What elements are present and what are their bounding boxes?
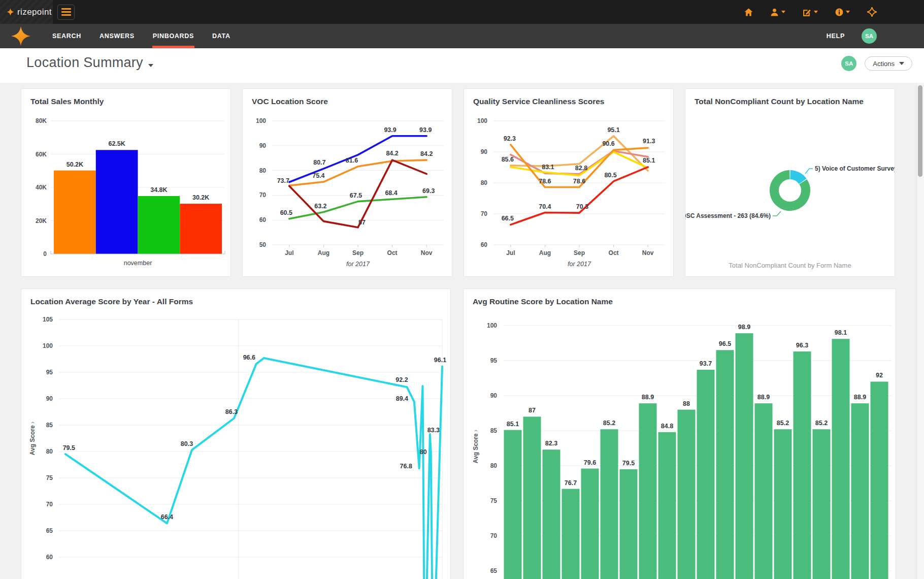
svg-text:Aug: Aug	[318, 249, 329, 256]
svg-text:79.5: 79.5	[63, 444, 75, 452]
svg-text:85: 85	[46, 422, 53, 429]
svg-text:85.2: 85.2	[603, 420, 615, 427]
svg-text:QSC Assessment - 263 (84.6%): QSC Assessment - 263 (84.6%)	[685, 212, 771, 219]
svg-text:50: 50	[259, 241, 267, 248]
svg-text:Jul: Jul	[506, 249, 515, 256]
topbar-icons	[744, 0, 877, 24]
rizepoint-spark-icon	[7, 8, 14, 16]
compose-menu-caret-icon	[814, 11, 818, 13]
svg-text:80: 80	[259, 167, 267, 174]
svg-text:85.2: 85.2	[777, 420, 789, 427]
home-icon[interactable]	[744, 8, 753, 16]
page-title: Location Summary	[26, 55, 143, 71]
svg-text:Avg Score ›: Avg Score ›	[29, 422, 36, 455]
page-scrollbar[interactable]	[916, 83, 924, 579]
svg-text:for 2017: for 2017	[568, 261, 591, 268]
svg-text:90: 90	[490, 392, 498, 399]
rizepoint-logo[interactable]: rizepoint	[0, 0, 53, 24]
svg-text:30.2K: 30.2K	[192, 194, 209, 201]
svg-text:75: 75	[490, 497, 498, 504]
card-avg-routine-score: Avg Routine Score by Location Name 10095…	[463, 288, 896, 579]
svg-text:34.8K: 34.8K	[150, 186, 167, 194]
svg-text:70: 70	[490, 532, 498, 539]
svg-text:90: 90	[481, 148, 488, 155]
svg-text:88.9: 88.9	[642, 394, 654, 401]
title-dropdown-caret-icon[interactable]	[148, 64, 153, 67]
svg-text:65: 65	[46, 527, 53, 534]
svg-text:100: 100	[477, 117, 487, 124]
svg-text:85: 85	[490, 427, 498, 434]
svg-text:100: 100	[256, 117, 266, 124]
nav-item-pinboards[interactable]: PINBOARDS	[153, 24, 194, 48]
chart-title: Avg Routine Score by Location Name	[473, 297, 613, 306]
svg-text:76.7: 76.7	[565, 479, 577, 487]
nav-item-data[interactable]: DATA	[212, 24, 230, 48]
svg-text:69.3: 69.3	[422, 187, 435, 195]
svg-text:70: 70	[259, 191, 267, 199]
top-app-bar: rizepoint	[0, 0, 924, 24]
sparkle-icon[interactable]	[867, 7, 877, 17]
nav-help[interactable]: HELP	[827, 33, 845, 40]
svg-text:0: 0	[43, 250, 47, 258]
svg-text:95: 95	[46, 369, 53, 376]
svg-text:83.3: 83.3	[427, 427, 440, 434]
svg-text:85.6: 85.6	[502, 156, 514, 163]
svg-text:78.6: 78.6	[573, 178, 585, 185]
nav-spark-icon[interactable]	[11, 26, 30, 46]
svg-text:88.9: 88.9	[854, 394, 866, 401]
nav-item-search[interactable]: SEARCH	[52, 24, 81, 48]
svg-text:66.5: 66.5	[502, 215, 514, 222]
svg-text:93.9: 93.9	[384, 126, 396, 134]
svg-text:95: 95	[490, 357, 498, 364]
svg-text:50.2K: 50.2K	[67, 161, 83, 168]
svg-text:93.7: 93.7	[700, 360, 712, 367]
user-icon	[770, 8, 779, 16]
svg-text:70.3: 70.3	[576, 203, 588, 210]
svg-text:78.6: 78.6	[539, 178, 551, 185]
info-icon	[835, 8, 843, 16]
svg-text:85.2: 85.2	[815, 420, 828, 427]
chart-avg-score-by-year: 1051009590858075706560Avg Score ›79.566.…	[21, 289, 450, 579]
svg-text:90: 90	[46, 395, 53, 402]
svg-text:80: 80	[481, 179, 488, 186]
svg-text:80.3: 80.3	[181, 440, 193, 447]
svg-text:84.2: 84.2	[420, 150, 433, 157]
svg-text:90: 90	[259, 142, 267, 149]
hamburger-menu-button[interactable]	[57, 5, 75, 20]
svg-text:70: 70	[481, 210, 488, 217]
compose-menu[interactable]	[803, 8, 818, 16]
svg-text:Sep: Sep	[574, 249, 585, 256]
svg-text:60: 60	[46, 554, 53, 561]
header-avatar[interactable]: SA	[841, 56, 856, 71]
chart-title: Total NonCompliant Count by Location Nam…	[695, 97, 864, 106]
svg-text:75: 75	[46, 474, 53, 481]
svg-text:89.4: 89.4	[396, 395, 408, 402]
svg-text:88.9: 88.9	[757, 394, 770, 401]
svg-text:70.4: 70.4	[539, 203, 551, 210]
logo-text: rizepoint	[17, 7, 52, 17]
chart-avg-routine-score: 10095908580757065Avg Score ›85.18782.376…	[464, 289, 896, 579]
svg-text:november: november	[124, 260, 152, 267]
svg-text:80: 80	[46, 448, 53, 455]
svg-text:66.4: 66.4	[161, 513, 173, 521]
svg-text:Jul: Jul	[285, 249, 293, 256]
svg-text:65: 65	[490, 567, 498, 574]
chart-title: Quality Service Cleanliness Scores	[473, 97, 604, 106]
nav-avatar[interactable]: SA	[862, 28, 877, 44]
svg-text:87: 87	[529, 407, 536, 414]
svg-text:67.5: 67.5	[350, 192, 362, 199]
svg-text:96.1: 96.1	[434, 357, 446, 364]
svg-text:75.4: 75.4	[312, 172, 324, 179]
nav-item-answers[interactable]: ANSWERS	[100, 24, 135, 48]
svg-text:81.6: 81.6	[346, 157, 358, 164]
svg-text:80.5: 80.5	[604, 172, 616, 179]
svg-text:60.5: 60.5	[280, 209, 292, 216]
svg-text:76.8: 76.8	[400, 463, 412, 470]
scrollbar-thumb[interactable]	[918, 85, 922, 177]
svg-text:84.8: 84.8	[661, 423, 673, 430]
svg-text:86.3: 86.3	[225, 408, 238, 415]
svg-text:62.5K: 62.5K	[108, 140, 125, 147]
info-menu[interactable]	[835, 8, 850, 16]
actions-button[interactable]: Actions	[865, 56, 912, 71]
user-menu[interactable]	[770, 8, 785, 16]
